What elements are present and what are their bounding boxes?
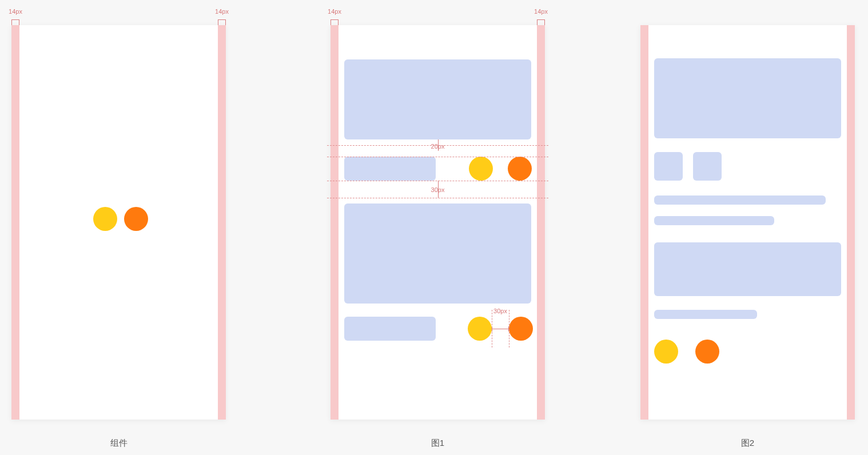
guide-line-vertical bbox=[509, 310, 509, 348]
gap-label-20: 20px bbox=[431, 143, 445, 150]
content-block bbox=[344, 59, 531, 139]
margin-bar-left bbox=[11, 25, 19, 420]
panel-1-caption: 组件 bbox=[110, 438, 128, 449]
dim-14px-right: 14px bbox=[537, 10, 545, 25]
margin-bar-left bbox=[640, 25, 648, 420]
content-square bbox=[654, 152, 683, 181]
circle-orange bbox=[509, 317, 533, 341]
h-spacer-30 bbox=[492, 329, 509, 329]
content-block bbox=[654, 242, 841, 296]
panel-1-wrap: 14px 14px 组件 bbox=[11, 25, 226, 449]
margin-bar-left bbox=[331, 25, 339, 420]
panel-1: 14px 14px bbox=[11, 25, 226, 420]
content-block bbox=[344, 317, 436, 341]
panel-2-caption: 图1 bbox=[431, 438, 444, 449]
circle-yellow bbox=[469, 157, 493, 181]
dim-label: 14px bbox=[534, 8, 548, 15]
dim-label: 14px bbox=[9, 8, 22, 15]
dim-label: 14px bbox=[215, 8, 229, 15]
panel-3-wrap: 图2 bbox=[640, 25, 855, 449]
margin-bar-right bbox=[537, 25, 545, 420]
circle-yellow bbox=[93, 207, 117, 231]
margin-bar-right bbox=[847, 25, 855, 420]
margin-bar-right bbox=[218, 25, 226, 420]
guide-line bbox=[327, 157, 548, 157]
dim-14px-right: 14px bbox=[218, 10, 226, 25]
circle-yellow bbox=[468, 317, 492, 341]
content-line bbox=[654, 195, 826, 205]
panel-3-caption: 图2 bbox=[741, 438, 754, 449]
content-line bbox=[654, 216, 774, 225]
content-block bbox=[654, 58, 841, 138]
content-square bbox=[693, 152, 722, 181]
content-line bbox=[654, 310, 757, 319]
content-block bbox=[344, 203, 531, 304]
gap-label-30: 30px bbox=[431, 186, 445, 193]
dim-14px-left: 14px bbox=[331, 10, 339, 25]
circle-orange bbox=[508, 157, 532, 181]
panel-3 bbox=[640, 25, 855, 420]
diagram-canvas: 14px 14px 组件 14px 14px bbox=[0, 0, 868, 455]
guide-line bbox=[327, 198, 548, 198]
circle-orange bbox=[124, 207, 148, 231]
circle-orange bbox=[695, 340, 719, 364]
dim-14px-left: 14px bbox=[11, 10, 19, 25]
circle-yellow bbox=[654, 340, 678, 364]
content-block bbox=[344, 157, 436, 181]
circle-gap-label: 30px bbox=[493, 308, 507, 314]
dim-label: 14px bbox=[328, 8, 341, 15]
panel-2-wrap: 14px 14px 20px 30px bbox=[331, 25, 545, 449]
panel-2: 14px 14px 20px 30px bbox=[331, 25, 545, 420]
